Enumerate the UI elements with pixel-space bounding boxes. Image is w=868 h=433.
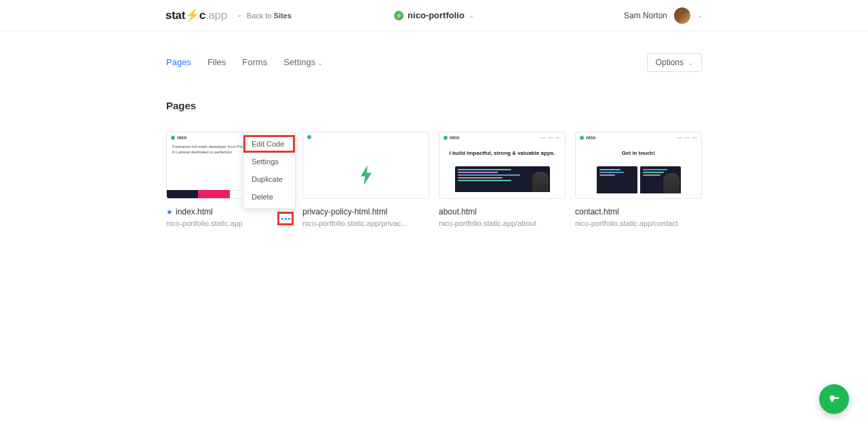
page-thumbnail[interactable]: nico I build impactful, strong & valuabl… — [439, 132, 566, 199]
tab-forms[interactable]: Forms — [242, 57, 267, 67]
tabs: Pages Files Forms Settings⌄ Options⌄ — [166, 31, 702, 67]
page-thumbnail[interactable] — [302, 132, 429, 199]
arrow-left-icon: ← — [237, 12, 244, 20]
monitor-icon — [597, 166, 637, 193]
site-switcher[interactable]: ⚡ nico-portfolio ⌄ — [394, 10, 474, 20]
bolt-icon — [303, 142, 429, 199]
page-more-button[interactable] — [277, 212, 294, 225]
page-card: privacy-policy-html.html nico-portfolio.… — [302, 132, 429, 227]
person-icon — [532, 172, 549, 192]
status-dot-icon — [307, 135, 311, 139]
tab-settings[interactable]: Settings⌄ — [283, 57, 323, 67]
person-icon — [663, 173, 679, 193]
page-card: nico I build impactful, strong & valuabl… — [439, 132, 566, 227]
status-dot-icon — [580, 136, 584, 140]
page-url: nico-portfolio.static.app/contact — [575, 219, 702, 227]
page-name: about.html — [439, 207, 566, 216]
page-url: nico-portfolio.static.app/about — [439, 219, 566, 227]
status-dot-icon — [443, 136, 448, 140]
page-thumbnail[interactable]: nico Get in touch! — [575, 132, 702, 199]
avatar — [674, 7, 690, 24]
star-icon: ★ — [166, 208, 173, 216]
logo[interactable]: stat⚡c.app — [165, 8, 227, 22]
menu-settings[interactable]: Settings — [243, 153, 295, 170]
page-url: nico-portfolio.static.app/privac... — [302, 219, 429, 227]
user-menu[interactable]: Sam Norton ⌄ — [624, 7, 703, 24]
menu-delete[interactable]: Delete — [243, 188, 295, 206]
options-button[interactable]: Options⌄ — [647, 53, 702, 72]
monitor-icon — [640, 166, 681, 193]
page-name: privacy-policy-html.html — [302, 207, 429, 216]
chevron-down-icon: ⌄ — [469, 12, 474, 19]
bolt-icon: ⚡ — [185, 9, 199, 22]
app-header: stat⚡c.app ←Back to Sites ⚡ nico-portfol… — [0, 0, 868, 31]
chevron-down-icon: ⌄ — [317, 59, 323, 67]
tab-files[interactable]: Files — [208, 57, 226, 67]
back-to-sites-link[interactable]: ←Back to Sites — [237, 12, 292, 20]
page-context-menu: Edit Code Settings Duplicate Delete — [243, 132, 296, 209]
status-dot-icon — [171, 136, 175, 140]
page-card: nico Get in touch! contact.html nico-por… — [575, 132, 702, 227]
chevron-down-icon: ⌄ — [688, 59, 693, 67]
menu-duplicate[interactable]: Duplicate — [243, 170, 295, 188]
section-title: Pages — [166, 100, 702, 111]
main-container: Pages Files Forms Settings⌄ Options⌄ Pag… — [166, 31, 702, 255]
header-left: stat⚡c.app ←Back to Sites — [165, 8, 292, 22]
page-name: contact.html — [575, 207, 702, 216]
menu-edit-code[interactable]: Edit Code — [243, 135, 295, 153]
page-url: nico-portfolio.static.app — [166, 219, 293, 227]
user-name: Sam Norton — [624, 11, 667, 20]
monitor-icon — [455, 166, 550, 192]
tab-pages[interactable]: Pages — [166, 57, 191, 67]
pages-grid: Edit Code Settings Duplicate Delete nico… — [166, 132, 702, 227]
chevron-down-icon: ⌄ — [697, 12, 703, 19]
site-name: nico-portfolio — [408, 10, 465, 20]
site-badge-icon: ⚡ — [394, 11, 403, 20]
